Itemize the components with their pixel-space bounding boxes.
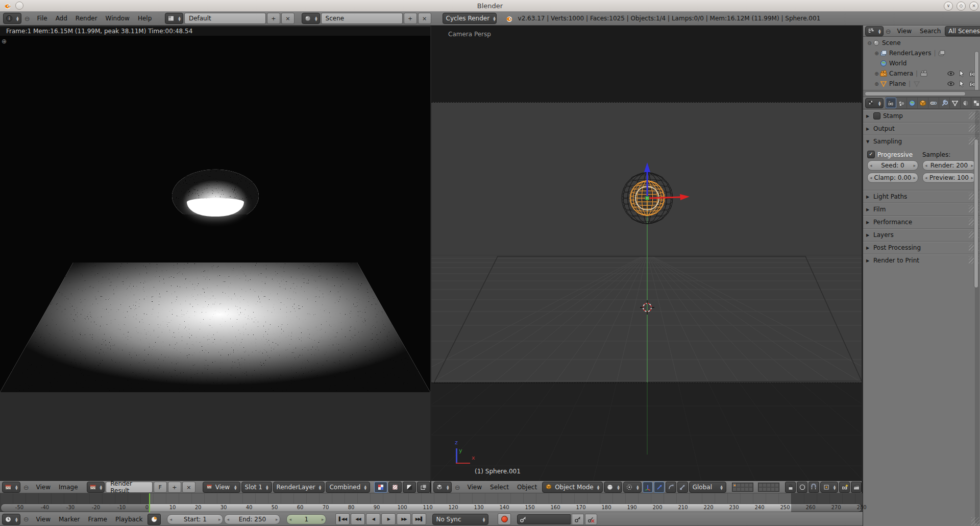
minimize-button[interactable]: ∨ — [944, 2, 953, 11]
opengl-render-anim-button[interactable] — [851, 482, 862, 493]
panel-header[interactable]: ▶ Layers — [863, 228, 980, 241]
menu-item[interactable]: Playback — [111, 516, 147, 523]
panel-header[interactable]: ▶ Stamp — [863, 109, 980, 122]
render-tab[interactable] — [886, 98, 896, 108]
constraints-tab[interactable] — [928, 98, 939, 108]
menu-item[interactable]: Window — [102, 15, 134, 22]
world-tab[interactable] — [907, 98, 918, 108]
menu-item[interactable]: View — [32, 516, 55, 523]
image-browse-selector[interactable]: ▲▼ — [87, 482, 105, 493]
maximize-button[interactable]: ◇ — [957, 2, 966, 11]
jump-prev-keyframe-button[interactable]: ◀◀ — [351, 513, 365, 525]
viewport-canvas[interactable]: Camera Persp z y x (1) Sphere.001 — [431, 26, 862, 481]
transform-orientation-selector[interactable]: Global▲▼ — [689, 482, 726, 493]
slot-selector[interactable]: Slot 1▲▼ — [241, 482, 272, 493]
manipulator-toggle[interactable] — [643, 482, 653, 493]
scale-manipulator-button[interactable] — [677, 482, 688, 493]
layout-browse-selector[interactable]: ▲▼ — [165, 13, 183, 24]
render-pass-selector[interactable]: Combined▲▼ — [326, 482, 370, 493]
panel-header[interactable]: ▶ Film — [863, 203, 980, 216]
layers-widget-b[interactable] — [758, 483, 779, 492]
menu-item[interactable]: Render — [71, 15, 102, 22]
outliner-horizontal-scrollbar[interactable] — [863, 90, 980, 97]
unlink-image-button[interactable]: × — [182, 482, 195, 493]
panel-header[interactable]: ▶ Output — [863, 122, 980, 135]
viewport-shading-selector[interactable]: ▲▼ — [604, 482, 622, 493]
scene-browse-selector[interactable]: ▲▼ — [302, 13, 320, 24]
frame-end-field[interactable]: End: 250 — [224, 514, 280, 524]
menu-item[interactable]: Help — [134, 15, 156, 22]
panel-header[interactable]: ▶ Performance — [863, 216, 980, 228]
properties-scrollbar-track[interactable] — [975, 110, 979, 524]
outliner-item[interactable]: Scene — [863, 38, 980, 48]
clamp-field[interactable]: Clamp: 0.00 — [867, 173, 918, 183]
delete-scene-button[interactable]: × — [418, 13, 431, 24]
modifiers-tab[interactable] — [939, 98, 950, 108]
menu-item[interactable]: File — [33, 15, 52, 22]
mode-selector[interactable]: Object Mode▲▼ — [542, 482, 603, 493]
sync-mode-selector[interactable]: No Sync▲▼ — [432, 514, 488, 525]
snap-toggle-button[interactable] — [808, 482, 819, 493]
menu-item[interactable]: View — [32, 484, 55, 491]
editor-type-selector[interactable]: ▲▼ — [865, 98, 884, 108]
object-tab[interactable] — [918, 98, 928, 108]
outliner-item[interactable]: World — [863, 58, 980, 68]
preview-samples-field[interactable]: Preview: 100 — [922, 173, 976, 183]
display-rgba-button[interactable] — [374, 482, 387, 493]
outliner-scope-selector[interactable]: All Scenes▲▼ — [945, 26, 980, 36]
menu-item[interactable]: Marker — [55, 516, 84, 523]
corner-resize-grip[interactable] — [971, 517, 979, 525]
play-button[interactable]: ▶ — [381, 513, 396, 525]
expand-icon[interactable] — [873, 71, 880, 77]
editor-type-selector[interactable]: ▲▼ — [2, 514, 20, 525]
translate-manipulator-button[interactable] — [654, 482, 665, 493]
scene-name-field[interactable]: Scene — [321, 13, 403, 24]
image-name-field[interactable]: Render Result — [106, 482, 153, 493]
scene-tab[interactable] — [896, 98, 907, 108]
fake-user-button[interactable]: F — [154, 482, 167, 493]
visibility-eye-icon[interactable] — [947, 70, 954, 77]
add-layout-button[interactable]: + — [267, 13, 280, 24]
editor-type-selector[interactable]: ▲▼ — [865, 26, 884, 36]
current-frame-indicator[interactable] — [149, 493, 150, 512]
jump-next-keyframe-button[interactable]: ▶▶ — [397, 513, 411, 525]
render-engine-selector[interactable]: Cycles Render▲▼ — [443, 13, 497, 24]
menu-item[interactable]: Frame — [84, 516, 111, 523]
rotate-manipulator-button[interactable] — [666, 482, 676, 493]
frame-start-field[interactable]: Start: 1 — [167, 514, 223, 524]
menu-item[interactable]: Search — [916, 28, 945, 35]
render-layer-selector[interactable]: RenderLayer▲▼ — [273, 482, 325, 493]
selectable-cursor-icon[interactable] — [958, 80, 965, 87]
outliner-vertical-scrollbar[interactable] — [974, 51, 979, 90]
outliner-item[interactable]: Camera | — [863, 68, 980, 79]
panel-header[interactable]: ▶ Render to Print — [863, 254, 980, 267]
item-label[interactable]: Scene — [882, 39, 901, 46]
delete-keyframe-button[interactable] — [585, 514, 597, 525]
expand-icon[interactable] — [873, 51, 880, 56]
region-expand-icon[interactable]: ⊕ — [2, 38, 7, 45]
menu-item[interactable]: View — [463, 484, 486, 491]
proportional-edit-button[interactable] — [797, 482, 807, 493]
opengl-render-still-button[interactable] — [839, 482, 850, 493]
progressive-checkbox[interactable]: ✓Progressive — [867, 151, 918, 158]
collapse-menus-icon[interactable]: ⊖ — [22, 15, 32, 22]
texture-tab[interactable] — [971, 98, 980, 108]
item-label[interactable]: Camera — [889, 70, 913, 77]
panel-header-sampling[interactable]: ▼ Sampling — [863, 135, 980, 148]
collapse-menus-icon[interactable]: ⊖ — [21, 484, 31, 491]
menu-item[interactable]: Image — [55, 484, 82, 491]
expand-icon[interactable] — [866, 40, 873, 46]
render-samples-field[interactable]: Render: 200 — [922, 160, 976, 171]
material-tab[interactable] — [961, 98, 971, 108]
menu-item[interactable]: Add — [52, 15, 71, 22]
expand-icon[interactable] — [873, 81, 880, 87]
outliner-item[interactable]: RenderLayers | — [863, 48, 980, 58]
insert-keyframe-button[interactable] — [572, 514, 584, 525]
current-frame-field[interactable]: 1 — [286, 514, 326, 524]
data-tab[interactable] — [950, 98, 961, 108]
new-image-button[interactable]: + — [168, 482, 181, 493]
seed-field[interactable]: Seed: 0 — [867, 160, 918, 171]
snap-element-selector[interactable]: ▲▼ — [820, 482, 839, 493]
layout-name-field[interactable]: Default — [184, 13, 266, 24]
jump-to-start-button[interactable]: ▌◀◀ — [335, 513, 350, 525]
